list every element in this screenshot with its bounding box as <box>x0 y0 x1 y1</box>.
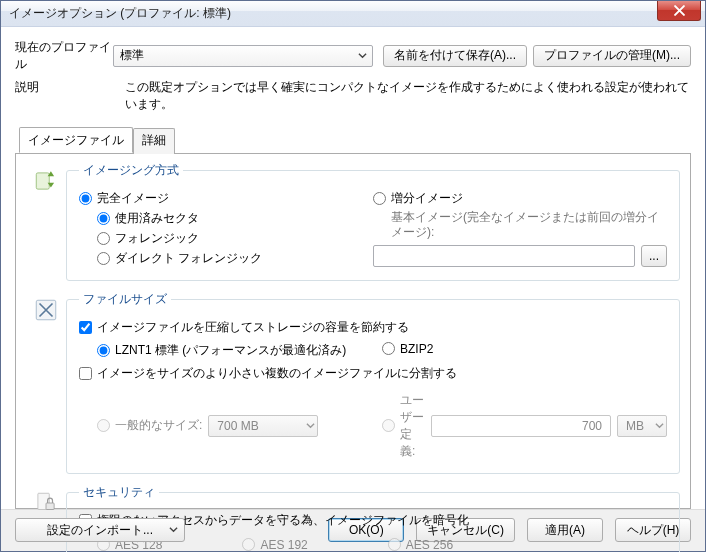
general-size-combo: 700 MB <box>208 415 318 437</box>
tab-advanced[interactable]: 詳細 <box>133 128 175 154</box>
filesize-group: ファイルサイズ イメージファイルを圧縮してストレージの容量を節約する LZNT1… <box>66 291 680 474</box>
user-size-unit: MB <box>617 415 667 437</box>
manage-profiles-button[interactable]: プロファイルの管理(M)... <box>533 45 691 67</box>
tab-panel: イメージング方式 完全イメージ 使用済みセクタ <box>15 153 691 509</box>
radio-aes192-input <box>242 538 255 551</box>
radio-full-image[interactable]: 完全イメージ <box>79 190 373 207</box>
close-icon <box>674 5 685 16</box>
radio-aes192: AES 192 <box>242 538 307 552</box>
check-compress-input[interactable] <box>79 321 92 334</box>
imaging-legend: イメージング方式 <box>79 162 183 179</box>
radio-user-defined: ユーザー定義: <box>382 392 425 460</box>
window-title: イメージオプション (プロファイル: 標準) <box>9 5 231 22</box>
tab-image-file[interactable]: イメージファイル <box>19 127 133 153</box>
current-profile-label: 現在のプロファイル <box>15 39 113 73</box>
radio-user-defined-input <box>382 419 395 432</box>
radio-bzip2[interactable]: BZIP2 <box>382 342 667 356</box>
radio-bzip2-input[interactable] <box>382 342 395 355</box>
base-image-input[interactable] <box>373 245 635 267</box>
chevron-down-icon <box>354 47 370 65</box>
radio-aes256-input <box>388 538 401 551</box>
imaging-icon <box>26 162 66 289</box>
import-settings-button[interactable]: 設定のインポート... <box>15 518 185 542</box>
radio-lznt1-input[interactable] <box>97 344 110 357</box>
profile-selected: 標準 <box>120 47 144 64</box>
radio-forensic-input[interactable] <box>97 232 110 245</box>
radio-full-image-input[interactable] <box>79 192 92 205</box>
imaging-group: イメージング方式 完全イメージ 使用済みセクタ <box>66 162 680 281</box>
svg-rect-0 <box>36 172 49 188</box>
radio-used-sectors-input[interactable] <box>97 212 110 225</box>
radio-incremental-input[interactable] <box>373 192 386 205</box>
radio-used-sectors[interactable]: 使用済みセクタ <box>97 210 373 227</box>
radio-incremental[interactable]: 増分イメージ <box>373 190 667 207</box>
radio-forensic[interactable]: フォレンジック <box>97 230 373 247</box>
chevron-down-icon <box>306 419 315 433</box>
close-button[interactable] <box>657 1 701 21</box>
browse-button[interactable]: ... <box>641 245 667 267</box>
radio-direct-forensic[interactable]: ダイレクト フォレンジック <box>97 250 373 267</box>
user-size-field: 700 <box>431 415 611 437</box>
check-split-input[interactable] <box>79 367 92 380</box>
profile-select[interactable]: 標準 <box>113 45 373 67</box>
radio-lznt1[interactable]: LZNT1 標準 (パフォーマンスが最適化済み) <box>97 342 382 359</box>
description-label: 説明 <box>15 79 125 113</box>
filesize-icon <box>26 291 66 482</box>
check-split[interactable]: イメージをサイズのより小さい複数のイメージファイルに分割する <box>79 365 667 382</box>
chevron-down-icon <box>169 523 178 537</box>
radio-general-size: 一般的なサイズ: <box>97 417 202 434</box>
svg-rect-3 <box>46 503 54 510</box>
filesize-legend: ファイルサイズ <box>79 291 171 308</box>
base-image-hint: 基本イメージ(完全なイメージまたは前回の増分イメージ): <box>391 210 667 241</box>
radio-aes256: AES 256 <box>388 538 453 552</box>
radio-general-size-input <box>97 419 110 432</box>
description-text: この既定オプションでは早く確実にコンパクトなイメージを作成するためによく使われる… <box>125 79 691 113</box>
check-compress[interactable]: イメージファイルを圧縮してストレージの容量を節約する <box>79 319 667 336</box>
chevron-down-icon <box>655 419 664 433</box>
save-as-button[interactable]: 名前を付けて保存(A)... <box>383 45 527 67</box>
security-legend: セキュリティ <box>79 484 159 501</box>
radio-direct-forensic-input[interactable] <box>97 252 110 265</box>
